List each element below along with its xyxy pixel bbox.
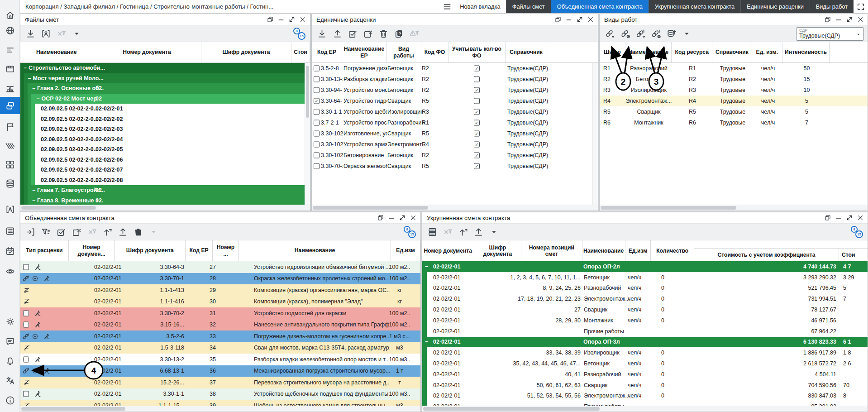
estimate-row[interactable]: 02-02/2-016.68-13-136Механизированная по… bbox=[20, 365, 420, 377]
estimate-row[interactable]: 02-02/2-011.1-1-41630Композиция (краска)… bbox=[20, 296, 420, 308]
count-fo-checkbox[interactable] bbox=[474, 163, 480, 169]
column-header[interactable]: Номер ... bbox=[213, 240, 239, 261]
column-header[interactable]: Учитывать кол-во ФО bbox=[448, 42, 506, 62]
estimate-row[interactable]: 02-02/2-013.30-1-138Устройство щебеночны… bbox=[20, 388, 420, 400]
count-fo-checkbox[interactable] bbox=[474, 109, 480, 115]
trash-dark-icon[interactable] bbox=[133, 227, 143, 237]
column-header[interactable]: Код ЕР bbox=[312, 42, 342, 62]
tree-row[interactable]: −Строительство автомоби... bbox=[20, 63, 310, 73]
row-checkbox[interactable] bbox=[23, 356, 29, 362]
column-header[interactable]: Код ФО bbox=[421, 42, 448, 62]
sidebar-item-translate[interactable] bbox=[0, 372, 20, 389]
warn-filter-icon[interactable] bbox=[409, 29, 420, 39]
sidebar-item-chat[interactable] bbox=[0, 333, 20, 350]
count-fo-checkbox[interactable] bbox=[474, 131, 480, 137]
sidebar-item-database[interactable] bbox=[0, 175, 20, 192]
expand-icon[interactable] bbox=[846, 16, 853, 23]
minimize-icon[interactable] bbox=[565, 16, 572, 23]
unit-rate-row[interactable]: 3.30-102Изготовление, уст...СварщикR5Тру… bbox=[312, 128, 598, 139]
horizontal-scrollbar[interactable] bbox=[312, 205, 598, 211]
agg-row[interactable]: 02-02/2-0128, 29, 30Монтажникчел/ч046 97… bbox=[422, 315, 868, 326]
close-icon[interactable] bbox=[857, 214, 864, 221]
row-checkbox[interactable] bbox=[314, 87, 320, 93]
link1-off-icon[interactable] bbox=[651, 29, 661, 39]
agg-row[interactable]: 02-02/2-0117, 18, 19, 20, 21, 22, 23Элек… bbox=[422, 293, 868, 304]
agg-row[interactable]: 02-02/2-01Прочие работы67 964.22 bbox=[422, 326, 868, 337]
db-up-icon[interactable] bbox=[666, 29, 677, 39]
unit-rate-row[interactable]: 3.30-70-:Окраска железобе...СварщикR5Тру… bbox=[312, 161, 598, 172]
estimate-row[interactable]: 02-02/2-013.30-64-327Устройство гидроизо… bbox=[20, 261, 420, 273]
expand-icon[interactable] bbox=[288, 16, 296, 23]
tree-row[interactable]: 02.09.02.5 02-02-2-0...02-02/2-07 bbox=[20, 165, 310, 175]
clear-filter-icon[interactable] bbox=[87, 227, 97, 237]
sidebar-item-home[interactable] bbox=[0, 6, 20, 24]
count-fo-checkbox[interactable] bbox=[474, 120, 480, 126]
row-checkbox[interactable] bbox=[314, 163, 320, 169]
sidebar-item-calendar[interactable] bbox=[0, 242, 20, 259]
estimate-row[interactable]: 02-02/2-013.30-70-128Окраска железобетон… bbox=[20, 273, 420, 285]
agg-row[interactable]: 02-02/2-0151, 52, 53, 54, 55, 56Электром… bbox=[422, 391, 868, 402]
tree-row[interactable]: −Глава 8. Временные з...02 bbox=[20, 196, 310, 206]
group-brackets-icon[interactable] bbox=[41, 29, 51, 39]
sidebar-item-globe[interactable] bbox=[0, 22, 20, 39]
column-header[interactable]: Номер документа bbox=[93, 42, 201, 62]
caret-down-icon[interactable] bbox=[72, 29, 82, 39]
agg-row[interactable]: 02-02/2-0127Сварщикчел/ч078 127.67 bbox=[422, 304, 868, 315]
work-type-row[interactable]: R3ИзолировщикR3Трудовыечел/ч10 bbox=[600, 85, 868, 96]
sdr-dropdown[interactable]: СДР Трудовые(СДР) bbox=[796, 27, 864, 41]
group-row[interactable]: −02-02/2-01Опора ОП-3л6 130 823.336 1 bbox=[422, 337, 868, 348]
trash-icon[interactable] bbox=[378, 29, 389, 39]
work-type-row[interactable]: R5СварщикR5Трудовыечел/ч5 bbox=[600, 106, 868, 117]
column-header[interactable]: Стои bbox=[291, 42, 310, 62]
caret-down-icon[interactable] bbox=[682, 29, 692, 39]
restore-icon[interactable] bbox=[377, 214, 384, 221]
unit-rate-row[interactable]: 3.30-64-Устройство гидрои...СварщикR5Тру… bbox=[312, 96, 598, 106]
unit-rate-row[interactable]: 3.30-13-:Разборка кладки ж...БетонщикR2Т… bbox=[312, 74, 598, 85]
upload-level-icon[interactable] bbox=[102, 227, 113, 237]
link1-v-icon[interactable] bbox=[635, 29, 646, 39]
column-header[interactable]: Код ЕР bbox=[186, 240, 213, 261]
tree-row[interactable]: 02.09.02.5 02-02-2-0...02-02/2-01 bbox=[20, 104, 310, 114]
row-checkbox[interactable] bbox=[23, 264, 29, 270]
row-checkbox[interactable] bbox=[314, 142, 320, 148]
link-off-icon[interactable] bbox=[620, 29, 630, 39]
row-checkbox[interactable] bbox=[314, 77, 320, 82]
column-header[interactable]: Наименование bbox=[20, 42, 93, 62]
stack-icon[interactable] bbox=[427, 227, 438, 237]
link-pages-icon[interactable]: S bbox=[394, 29, 404, 39]
estimate-row[interactable]: 02-02/2-013.5-2-633Погружение дизель-мол… bbox=[20, 331, 420, 342]
minimize-icon[interactable] bbox=[835, 16, 842, 23]
estimate-row[interactable]: 02-02/2-013.30-70-231Устройство подмосте… bbox=[20, 307, 420, 319]
estimate-row[interactable]: 02-02/2-013.30-13-235Разборка кладки жел… bbox=[20, 354, 420, 365]
row-checkbox[interactable] bbox=[314, 98, 320, 104]
row-checkbox[interactable] bbox=[314, 109, 320, 115]
import-icon[interactable] bbox=[25, 227, 36, 237]
upload-icon[interactable] bbox=[473, 227, 484, 237]
sidebar-item-documents[interactable] bbox=[0, 97, 20, 114]
sidebar-item-text-a[interactable] bbox=[0, 201, 20, 218]
expand-icon[interactable] bbox=[846, 214, 853, 221]
tree-row[interactable]: −Мост через ручей Моло... bbox=[20, 73, 310, 84]
check-on-icon[interactable] bbox=[348, 29, 358, 39]
clear-filter-icon[interactable] bbox=[56, 29, 67, 39]
link-badge[interactable]: 815 bbox=[851, 226, 863, 238]
minimize-icon[interactable] bbox=[388, 214, 395, 221]
work-type-row[interactable]: R1РазнорабочийR1Трудовыечел/ч50 bbox=[600, 63, 868, 74]
caret-down-icon[interactable] bbox=[148, 227, 159, 237]
check-off-icon[interactable] bbox=[363, 29, 373, 39]
horizontal-scrollbar[interactable] bbox=[422, 406, 868, 412]
count-fo-checkbox[interactable] bbox=[474, 142, 480, 148]
restore-icon[interactable] bbox=[824, 16, 831, 23]
sidebar-item-bell[interactable] bbox=[0, 352, 20, 369]
tree-row[interactable]: 02.09.02.5 02-02-2-0...02-02/2-03 bbox=[20, 124, 310, 134]
unit-rate-row[interactable]: 3.7-2-1Устройство просло...РазнорабочийR… bbox=[312, 117, 598, 128]
minimize-icon[interactable] bbox=[835, 214, 842, 221]
close-icon[interactable] bbox=[299, 16, 306, 23]
top-tab[interactable]: Файлы смет bbox=[506, 0, 551, 13]
breadcrumb[interactable]: Корпорация / Западный филиал / Гостиница… bbox=[20, 0, 440, 13]
column-header[interactable]: Шифр bbox=[600, 42, 625, 62]
column-header[interactable]: Шифр документа bbox=[115, 240, 186, 261]
close-icon[interactable] bbox=[857, 16, 864, 23]
tree-row[interactable]: 02.09.02.5 02-02-2-0...02-02/2-08 bbox=[20, 175, 310, 186]
column-header[interactable]: Тип расценки bbox=[20, 240, 69, 261]
